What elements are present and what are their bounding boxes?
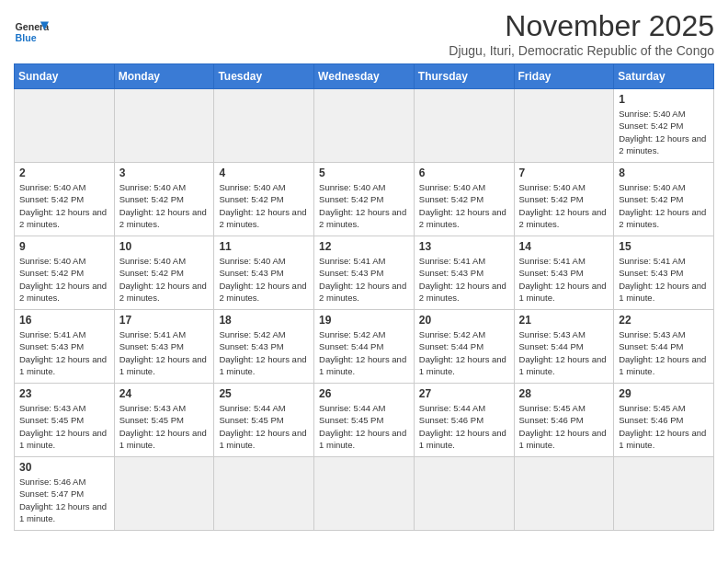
day-4: 4 Sunrise: 5:40 AMSunset: 5:42 PMDayligh… bbox=[214, 163, 314, 236]
empty-cell bbox=[15, 89, 115, 163]
day-8: 8 Sunrise: 5:40 AMSunset: 5:42 PMDayligh… bbox=[614, 163, 714, 236]
location-subtitle: Djugu, Ituri, Democratic Republic of the… bbox=[449, 43, 714, 58]
day-26: 26 Sunrise: 5:44 AMSunset: 5:45 PMDaylig… bbox=[314, 384, 415, 457]
day-13: 13 Sunrise: 5:41 AMSunset: 5:43 PMDaylig… bbox=[414, 236, 514, 310]
day-15: 15 Sunrise: 5:41 AMSunset: 5:43 PMDaylig… bbox=[614, 236, 714, 310]
day-1: 1 Sunrise: 5:40 AMSunset: 5:42 PMDayligh… bbox=[614, 89, 714, 163]
day-17: 17 Sunrise: 5:41 AMSunset: 5:43 PMDaylig… bbox=[114, 310, 214, 384]
week-row-2: 2 Sunrise: 5:40 AMSunset: 5:42 PMDayligh… bbox=[15, 163, 714, 236]
header-wednesday: Wednesday bbox=[314, 64, 415, 89]
day-28: 28 Sunrise: 5:45 AMSunset: 5:46 PMDaylig… bbox=[514, 384, 614, 457]
empty-cell bbox=[514, 457, 614, 531]
empty-cell bbox=[414, 89, 514, 163]
day-12: 12 Sunrise: 5:41 AMSunset: 5:43 PMDaylig… bbox=[314, 236, 415, 310]
header-sunday: Sunday bbox=[15, 64, 115, 89]
empty-cell bbox=[514, 89, 614, 163]
empty-cell bbox=[114, 89, 214, 163]
empty-cell bbox=[614, 457, 714, 531]
logo: General Blue bbox=[14, 15, 49, 50]
day-5: 5 Sunrise: 5:40 AMSunset: 5:42 PMDayligh… bbox=[314, 163, 415, 236]
empty-cell bbox=[414, 457, 514, 531]
empty-cell bbox=[214, 89, 314, 163]
day-29: 29 Sunrise: 5:45 AMSunset: 5:46 PMDaylig… bbox=[614, 384, 714, 457]
day-16: 16 Sunrise: 5:41 AMSunset: 5:43 PMDaylig… bbox=[15, 310, 115, 384]
day-21: 21 Sunrise: 5:43 AMSunset: 5:44 PMDaylig… bbox=[514, 310, 614, 384]
week-row-4: 16 Sunrise: 5:41 AMSunset: 5:43 PMDaylig… bbox=[15, 310, 714, 384]
month-title: November 2025 bbox=[449, 9, 714, 43]
header-monday: Monday bbox=[114, 64, 214, 89]
calendar-table: Sunday Monday Tuesday Wednesday Thursday… bbox=[14, 63, 714, 531]
empty-cell bbox=[214, 457, 314, 531]
week-row-5: 23 Sunrise: 5:43 AMSunset: 5:45 PMDaylig… bbox=[15, 384, 714, 457]
day-24: 24 Sunrise: 5:43 AMSunset: 5:45 PMDaylig… bbox=[114, 384, 214, 457]
day-25: 25 Sunrise: 5:44 AMSunset: 5:45 PMDaylig… bbox=[214, 384, 314, 457]
day-2: 2 Sunrise: 5:40 AMSunset: 5:42 PMDayligh… bbox=[15, 163, 115, 236]
week-row-1: 1 Sunrise: 5:40 AMSunset: 5:42 PMDayligh… bbox=[15, 89, 714, 163]
logo-icon: General Blue bbox=[14, 15, 49, 50]
page-header: General Blue November 2025 Djugu, Ituri,… bbox=[14, 9, 714, 58]
empty-cell bbox=[314, 89, 415, 163]
day-18: 18 Sunrise: 5:42 AMSunset: 5:43 PMDaylig… bbox=[214, 310, 314, 384]
title-area: November 2025 Djugu, Ituri, Democratic R… bbox=[449, 9, 714, 58]
header-friday: Friday bbox=[514, 64, 614, 89]
day-7: 7 Sunrise: 5:40 AMSunset: 5:42 PMDayligh… bbox=[514, 163, 614, 236]
week-row-6: 30 Sunrise: 5:46 AMSunset: 5:47 PMDaylig… bbox=[15, 457, 714, 531]
day-3: 3 Sunrise: 5:40 AMSunset: 5:42 PMDayligh… bbox=[114, 163, 214, 236]
week-row-3: 9 Sunrise: 5:40 AMSunset: 5:42 PMDayligh… bbox=[15, 236, 714, 310]
day-11: 11 Sunrise: 5:40 AMSunset: 5:43 PMDaylig… bbox=[214, 236, 314, 310]
header-thursday: Thursday bbox=[414, 64, 514, 89]
day-23: 23 Sunrise: 5:43 AMSunset: 5:45 PMDaylig… bbox=[15, 384, 115, 457]
day-19: 19 Sunrise: 5:42 AMSunset: 5:44 PMDaylig… bbox=[314, 310, 415, 384]
day-27: 27 Sunrise: 5:44 AMSunset: 5:46 PMDaylig… bbox=[414, 384, 514, 457]
day-6: 6 Sunrise: 5:40 AMSunset: 5:42 PMDayligh… bbox=[414, 163, 514, 236]
svg-text:Blue: Blue bbox=[16, 32, 37, 43]
day-30: 30 Sunrise: 5:46 AMSunset: 5:47 PMDaylig… bbox=[15, 457, 115, 531]
day-22: 22 Sunrise: 5:43 AMSunset: 5:44 PMDaylig… bbox=[614, 310, 714, 384]
empty-cell bbox=[314, 457, 415, 531]
day-9: 9 Sunrise: 5:40 AMSunset: 5:42 PMDayligh… bbox=[15, 236, 115, 310]
day-14: 14 Sunrise: 5:41 AMSunset: 5:43 PMDaylig… bbox=[514, 236, 614, 310]
day-10: 10 Sunrise: 5:40 AMSunset: 5:42 PMDaylig… bbox=[114, 236, 214, 310]
header-tuesday: Tuesday bbox=[214, 64, 314, 89]
header-saturday: Saturday bbox=[614, 64, 714, 89]
day-20: 20 Sunrise: 5:42 AMSunset: 5:44 PMDaylig… bbox=[414, 310, 514, 384]
empty-cell bbox=[114, 457, 214, 531]
weekday-header-row: Sunday Monday Tuesday Wednesday Thursday… bbox=[15, 64, 714, 89]
